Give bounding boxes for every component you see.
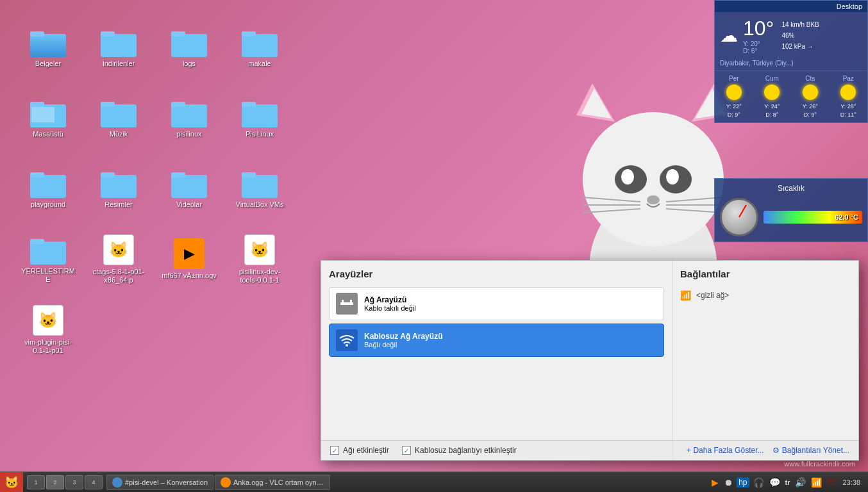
konversation-app-icon — [112, 477, 122, 488]
taskbar-app-konversation-label: #pisi-devel – Konversation — [125, 479, 208, 486]
icon-belgeler[interactable]: Belgeler — [13, 13, 83, 83]
cable-interface-name: Ağ Arayüzü — [364, 295, 416, 304]
wireless-interface-name: Kablosuz Ağ Arayüzü — [364, 332, 442, 341]
svg-rect-27 — [30, 239, 44, 244]
svg-rect-6 — [171, 31, 185, 37]
weather-pressure: 102 kPa → — [781, 41, 819, 52]
icon-label-pisilinux: pisilinux — [176, 130, 201, 138]
manage-button[interactable]: ⚙ Bağlantıları Yönet... — [772, 446, 849, 455]
temp-gauge: 62.0 °C — [720, 198, 862, 236]
svg-rect-15 — [171, 102, 185, 107]
checkbox-network-label: Ağı etkinleştir — [343, 446, 389, 455]
svg-rect-21 — [101, 172, 115, 177]
svg-rect-16 — [242, 104, 278, 127]
svg-rect-2 — [30, 31, 44, 37]
icon-pisilinux2[interactable]: PisiLinux — [224, 83, 295, 154]
icon-label-videolar: Videolar — [176, 201, 202, 209]
gauge-dial — [720, 198, 758, 236]
icon-label-pisilinux2: PisiLinux — [246, 130, 274, 138]
icon-yerellestirme[interactable]: YERELLESTIRME — [13, 224, 83, 295]
svg-rect-49 — [342, 300, 344, 302]
more-button[interactable]: + Daha Fazla Göster... — [687, 446, 764, 455]
sun-icon-1 — [764, 85, 780, 100]
interface-wireless[interactable]: Kablosuz Ağ Arayüzü Bağlı değil — [329, 324, 664, 357]
icon-masaustu[interactable]: Masaüstü — [13, 83, 83, 154]
icon-label-muzik: Müzik — [110, 130, 128, 138]
svg-rect-14 — [171, 104, 207, 127]
icon-label-masaustu: Masaüstü — [33, 130, 63, 138]
interfaces-title: Arayüzler — [329, 268, 664, 279]
svg-rect-24 — [242, 175, 278, 198]
icon-ctags[interactable]: 🐱 ctags-5.8-1-p01-x86_64.p — [83, 224, 154, 295]
network-tray-icon[interactable]: 📶 — [810, 477, 823, 488]
icon-resimler[interactable]: Resimler — [83, 154, 154, 224]
icon-pisilinux-dev[interactable]: 🐱 pisilinux-dev-tools-0.0.1-1 — [224, 224, 295, 295]
svg-rect-11 — [30, 102, 44, 107]
weather-low: D: 6° — [743, 47, 774, 54]
network-dialog: Arayüzler Ağ Arayüzü Kablo takılı değil — [321, 260, 859, 461]
svg-point-37 — [621, 169, 634, 184]
checkbox-wireless-label: Kablosuz bağlantıyı etkinleştir — [415, 446, 517, 455]
icon-label-logs: logs — [183, 60, 196, 68]
svg-rect-4 — [101, 31, 115, 37]
taskbar-app-konversation[interactable]: #pisi-devel – Konversation — [106, 475, 213, 490]
icon-playground[interactable]: playground — [13, 154, 83, 224]
start-button[interactable]: 🐱 — [0, 472, 23, 493]
icon-logs[interactable]: logs — [154, 13, 224, 83]
icon-videolar[interactable]: Videolar — [154, 154, 224, 224]
temperature-widget: Sıcaklık 62.0 °C — [714, 178, 868, 242]
checkbox-wireless[interactable]: ✓ Kablosuz bağlantıyı etkinleştir — [402, 446, 517, 455]
icon-vim-plugin[interactable]: 🐱 vim-plugin-pisi-0.1-1-p01 — [13, 295, 83, 365]
svg-rect-12 — [101, 104, 137, 127]
interface-cable[interactable]: Ağ Arayüzü Kablo takılı değil — [329, 287, 664, 320]
icon-indirilenler[interactable]: İndirilenler — [83, 13, 154, 83]
workspace-2[interactable]: 2 — [46, 475, 64, 489]
icon-label-virtualbox: VirtualBox VMs — [236, 201, 284, 209]
start-icon: 🐱 — [4, 475, 19, 489]
vlc-tray-icon[interactable]: ▶ — [710, 477, 720, 488]
svg-rect-5 — [171, 34, 207, 57]
taskbar-app-vlc-label: Anka.ogg - VLC ortam oynatıcı — [233, 479, 324, 486]
antivirus-icon[interactable]: 🛡 — [826, 477, 837, 488]
workspace-4[interactable]: 4 — [85, 475, 103, 489]
workspace-3[interactable]: 3 — [65, 475, 83, 489]
dialog-body: Arayüzler Ağ Arayüzü Kablo takılı değil — [321, 261, 858, 440]
icon-muzik[interactable]: Müzik — [83, 83, 154, 154]
svg-rect-1 — [30, 34, 66, 57]
chat-icon[interactable]: 💬 — [768, 477, 781, 488]
record-icon[interactable]: ⏺ — [722, 477, 734, 488]
hp-icon[interactable]: hp — [737, 477, 749, 488]
headset-icon[interactable]: 🎧 — [752, 477, 765, 488]
workspace-1[interactable]: 1 — [27, 475, 45, 489]
icon-virtualbox[interactable]: VirtualBox VMs — [224, 154, 295, 224]
temp-widget-title: Sıcaklık — [720, 184, 862, 193]
wireless-icon — [336, 329, 358, 351]
weather-day-temp-0: Y: 22° D: 9° — [715, 102, 753, 119]
footer-left: ✓ Ağı etkinleştir ✓ Kablosuz bağlantıyı … — [321, 441, 672, 460]
weather-day-0: Per Y: 22° D: 9° — [715, 75, 753, 119]
gauge-needle — [739, 204, 747, 217]
icon-label-yerellestirme: YERELLESTIRME — [19, 267, 77, 284]
workspace-pager: 1 2 3 4 — [23, 475, 106, 489]
checkbox-network-box[interactable]: ✓ — [330, 446, 339, 455]
icon-pisilinux[interactable]: pisilinux — [154, 83, 224, 154]
svg-point-38 — [666, 169, 679, 184]
connection-hidden[interactable]: 📶 <gizli ağ> — [680, 287, 851, 304]
clock: 23:38 — [840, 479, 863, 486]
volume-icon[interactable]: 🔊 — [794, 477, 807, 488]
svg-rect-17 — [242, 102, 256, 107]
wireless-interface-text: Kablosuz Ağ Arayüzü Bağlı değil — [364, 332, 442, 348]
weather-wind: 14 km/h BKB — [781, 19, 819, 30]
dialog-panel-interfaces: Arayüzler Ağ Arayüzü Kablo takılı değil — [321, 261, 672, 440]
icon-mf667[interactable]: ▶ mf667 vÄ±nn.ogv — [154, 224, 224, 295]
taskbar-app-vlc[interactable]: Anka.ogg - VLC ortam oynatıcı — [215, 475, 330, 490]
icon-makale[interactable]: makale — [224, 13, 295, 83]
weather-day-1: Cum Y: 24° D: 8° — [753, 75, 792, 119]
check-icon: ✓ — [332, 447, 337, 454]
weather-day-temp-1: Y: 24° D: 8° — [753, 102, 792, 119]
checkbox-wireless-box[interactable]: ✓ — [402, 446, 411, 455]
lang-indicator[interactable]: tr — [784, 479, 792, 486]
checkbox-network[interactable]: ✓ Ağı etkinleştir — [330, 446, 389, 455]
taskbar: 🐱 1 2 3 4 #pisi-devel – Konversation Ank… — [0, 472, 868, 492]
check-icon-wireless: ✓ — [404, 447, 409, 454]
